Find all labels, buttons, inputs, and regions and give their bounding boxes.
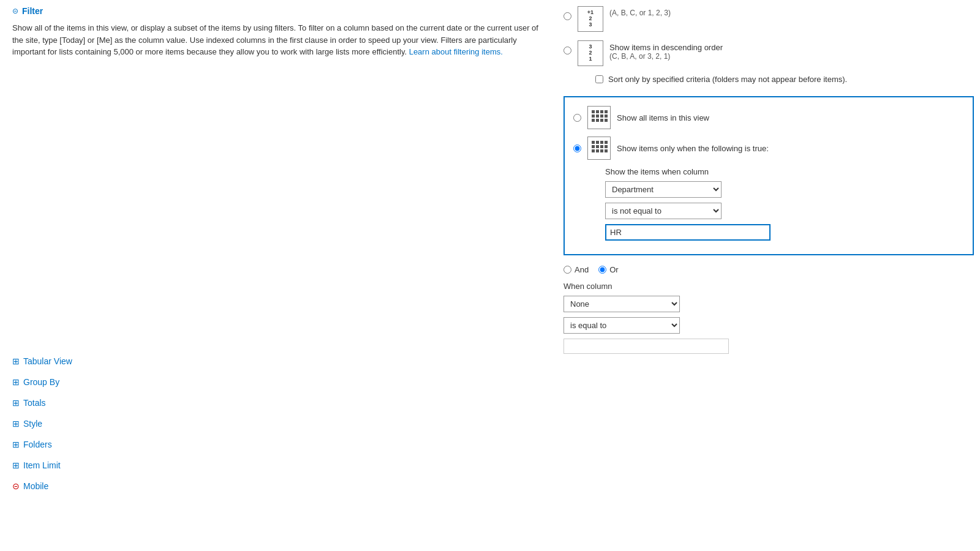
sort-descending-radio[interactable] <box>564 47 571 54</box>
or-label[interactable]: Or <box>598 265 618 274</box>
sidebar-item-totals[interactable]: ⊞ Totals <box>12 398 72 408</box>
ascending-sub-label: (A, B, C, or 1, 2, 3) <box>609 9 671 17</box>
and-label[interactable]: And <box>564 265 589 274</box>
show-all-items-label: Show all items in this view <box>617 113 709 122</box>
item-limit-label: Item Limit <box>23 460 61 470</box>
filter-expand-icon: ⊝ <box>12 7 18 15</box>
mobile-label: Mobile <box>23 481 48 491</box>
folders-label: Folders <box>23 440 52 449</box>
sort-descending-icon: 321 <box>578 40 603 66</box>
svg-rect-7 <box>605 114 608 118</box>
svg-rect-3 <box>605 110 608 113</box>
sidebar-item-mobile[interactable]: ⊝ Mobile <box>12 481 72 491</box>
svg-rect-10 <box>600 119 603 122</box>
when-column-dropdown-row: None Title ID Department Modified Create… <box>564 296 974 312</box>
style-label: Style <box>23 419 42 429</box>
filter-section-title: Filter <box>22 6 43 16</box>
svg-rect-21 <box>596 149 599 152</box>
svg-rect-20 <box>592 149 595 152</box>
svg-rect-1 <box>596 110 599 113</box>
show-items-when-radio[interactable] <box>573 144 581 152</box>
show-items-when-label: Show items only when the following is tr… <box>617 144 769 153</box>
svg-rect-18 <box>600 145 603 148</box>
svg-rect-9 <box>596 119 599 122</box>
sidebar-item-folders[interactable]: ⊞ Folders <box>12 440 72 449</box>
sort-ascending-row: +123 (A, B, C, or 1, 2, 3) <box>564 6 974 32</box>
column-dropdown[interactable]: Department Title ID Modified Created Cre… <box>605 181 722 198</box>
svg-rect-4 <box>592 114 595 118</box>
totals-label: Totals <box>23 398 46 408</box>
and-or-row: And Or <box>564 265 974 274</box>
svg-rect-6 <box>600 114 603 118</box>
sidebar-item-style[interactable]: ⊞ Style <box>12 419 72 429</box>
bottom-nav: ⊞ Tabular View ⊞ Group By ⊞ Totals ⊞ Sty… <box>12 356 72 502</box>
condition-dropdown[interactable]: is equal to is not equal to is greater t… <box>605 203 722 219</box>
and-radio[interactable] <box>564 266 571 274</box>
or-radio[interactable] <box>598 266 606 274</box>
svg-rect-22 <box>600 149 603 152</box>
item-limit-icon: ⊞ <box>12 460 20 470</box>
svg-rect-23 <box>605 149 608 152</box>
column-dropdown-row: Department Title ID Modified Created Cre… <box>605 181 964 198</box>
show-items-when-row: Show items only when the following is tr… <box>573 137 964 160</box>
sort-only-label: Sort only by specified criteria (folders… <box>608 75 847 84</box>
show-all-items-row: Show all items in this view <box>573 106 964 129</box>
show-all-icon <box>587 106 611 129</box>
svg-rect-15 <box>605 141 608 144</box>
when-condition-dropdown-row: is equal to is not equal to is greater t… <box>564 317 974 334</box>
style-icon: ⊞ <box>12 419 20 429</box>
condition-dropdown-row: is equal to is not equal to is greater t… <box>605 203 964 219</box>
svg-rect-13 <box>596 141 599 144</box>
when-column-value-row <box>564 339 974 354</box>
descending-sub-label: (C, B, A, or 3, 2, 1) <box>609 52 723 61</box>
sort-ascending-icon: +123 <box>578 6 603 32</box>
descending-main-label: Show items in descending order <box>609 43 723 52</box>
svg-rect-5 <box>596 114 599 118</box>
svg-rect-16 <box>592 145 595 148</box>
when-column-dropdown[interactable]: None Title ID Department Modified Create… <box>564 296 680 312</box>
svg-rect-2 <box>600 110 603 113</box>
mobile-icon: ⊝ <box>12 481 20 491</box>
show-items-when-column-header: Show the items when column <box>605 167 964 176</box>
sort-only-checkbox[interactable] <box>595 75 603 83</box>
svg-rect-12 <box>592 141 595 144</box>
sidebar-item-group-by[interactable]: ⊞ Group By <box>12 377 72 387</box>
sort-descending-row: 321 Show items in descending order (C, B… <box>564 40 974 66</box>
tabular-view-icon: ⊞ <box>12 356 20 366</box>
sort-options: +123 (A, B, C, or 1, 2, 3) 321 Show item… <box>564 6 974 84</box>
filter-learn-more-link[interactable]: Learn about filtering items. <box>409 47 503 56</box>
filter-value-input[interactable] <box>605 224 771 241</box>
svg-rect-17 <box>596 145 599 148</box>
filter-value-row <box>605 224 964 241</box>
filter-grid-icon <box>590 140 608 157</box>
grid-icon <box>590 109 608 126</box>
totals-icon: ⊞ <box>12 398 20 408</box>
when-column-value-input[interactable] <box>564 339 729 354</box>
group-by-icon: ⊞ <box>12 377 20 387</box>
show-all-items-radio[interactable] <box>573 114 581 122</box>
sort-only-row: Sort only by specified criteria (folders… <box>595 75 974 84</box>
folders-icon: ⊞ <box>12 440 20 449</box>
show-items-when-icon <box>587 137 611 160</box>
group-by-label: Group By <box>23 377 59 387</box>
filter-description: Show all of the items in this view, or d… <box>12 22 545 58</box>
svg-rect-11 <box>605 119 608 122</box>
sort-ascending-radio[interactable] <box>564 12 571 20</box>
when-column-section: When column None Title ID Department Mod… <box>564 282 974 354</box>
svg-rect-8 <box>592 119 595 122</box>
sidebar-item-tabular-view[interactable]: ⊞ Tabular View <box>12 356 72 366</box>
filter-section-header[interactable]: ⊝ Filter <box>12 6 545 16</box>
svg-rect-0 <box>592 110 595 113</box>
filter-settings-box: Show all items in this view <box>564 96 974 255</box>
svg-rect-14 <box>600 141 603 144</box>
tabular-view-label: Tabular View <box>23 356 72 366</box>
sidebar-item-item-limit[interactable]: ⊞ Item Limit <box>12 460 72 470</box>
when-column-label: When column <box>564 282 974 291</box>
svg-rect-19 <box>605 145 608 148</box>
when-condition-dropdown[interactable]: is equal to is not equal to is greater t… <box>564 317 680 334</box>
